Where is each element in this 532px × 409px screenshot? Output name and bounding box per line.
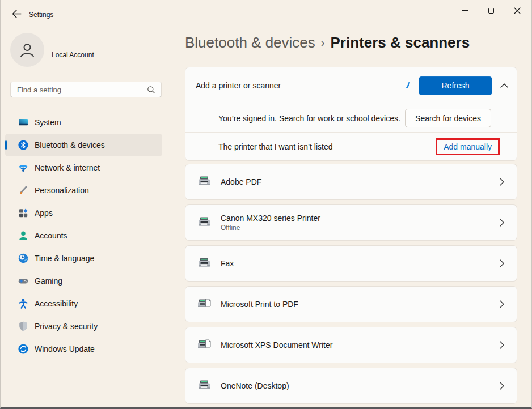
printer-row-adobe-pdf[interactable]: Adobe PDF <box>185 164 517 200</box>
chevron-right-icon <box>500 219 504 227</box>
search-box[interactable] <box>10 82 162 97</box>
sidebar-nav: System Bluetooth & devices Network & int… <box>5 111 162 360</box>
back-arrow-icon <box>11 9 22 19</box>
chevron-right-icon <box>500 341 504 349</box>
chevron-up-icon[interactable] <box>500 83 508 88</box>
sidebar-item-accounts[interactable]: Accounts <box>5 224 162 247</box>
printer-row-ms-print-to-pdf[interactable]: Microsoft Print to PDF <box>185 286 517 322</box>
sidebar: Local Account System Bluetooth & devices <box>1 25 171 407</box>
printer-name: Adobe PDF <box>221 177 500 186</box>
printer-row-ms-xps-writer[interactable]: Microsoft XPS Document Writer <box>185 327 517 363</box>
sidebar-item-personalization[interactable]: Personalization <box>5 179 162 202</box>
signed-in-row: You’re signed in. Search for work or sch… <box>185 104 517 132</box>
sidebar-item-label: Accessibility <box>35 299 78 308</box>
progress-spinner-icon <box>404 82 411 90</box>
printer-name: Canon MX320 series Printer <box>221 214 500 223</box>
sidebar-item-label: System <box>35 118 61 127</box>
sidebar-item-label: Bluetooth & devices <box>35 140 105 150</box>
sidebar-item-apps[interactable]: Apps <box>5 202 162 224</box>
gaming-icon <box>18 275 29 287</box>
sidebar-item-privacy-security[interactable]: Privacy & security <box>5 315 162 338</box>
sidebar-item-windows-update[interactable]: Windows Update <box>5 338 162 360</box>
page-title: Printers & scanners <box>330 34 470 51</box>
printer-not-listed-row: The printer that I want isn’t listed Add… <box>185 133 517 160</box>
sidebar-item-accessibility[interactable]: Accessibility <box>5 292 162 315</box>
system-icon <box>18 117 29 128</box>
personalization-icon <box>18 185 29 196</box>
selection-indicator <box>5 140 7 150</box>
sidebar-item-label: Apps <box>35 208 53 218</box>
chevron-right-icon <box>500 382 504 390</box>
refresh-button[interactable]: Refresh <box>419 76 492 95</box>
accessibility-icon <box>18 298 29 309</box>
sidebar-item-label: Network & internet <box>35 163 100 172</box>
search-for-devices-button[interactable]: Search for devices <box>405 109 491 127</box>
settings-window: Settings Local Account <box>0 0 532 409</box>
printer-icon <box>197 176 212 188</box>
sidebar-item-label: Time & language <box>35 254 94 263</box>
add-printer-title: Add a printer or scanner <box>196 81 404 90</box>
windows-update-icon <box>18 343 29 355</box>
printer-row-canon-mx320[interactable]: Canon MX320 series Printer Offline <box>185 204 517 241</box>
bluetooth-icon <box>18 139 29 151</box>
printer-document-icon <box>197 298 212 310</box>
time-language-icon <box>18 253 29 264</box>
signed-in-text: You’re signed in. Search for work or sch… <box>218 114 405 123</box>
breadcrumb-separator: › <box>321 36 325 49</box>
app-title: Settings <box>29 11 53 19</box>
apps-icon <box>18 207 29 219</box>
printer-name: Fax <box>221 259 500 268</box>
sidebar-item-label: Accounts <box>35 231 67 240</box>
account-name: Local Account <box>52 51 94 59</box>
person-icon <box>18 40 37 59</box>
breadcrumb: Bluetooth & devices›Printers & scanners <box>185 34 470 52</box>
accounts-icon <box>18 230 29 241</box>
chevron-right-icon <box>500 178 504 186</box>
breadcrumb-parent[interactable]: Bluetooth & devices <box>185 34 315 51</box>
printer-icon <box>197 216 212 229</box>
printer-not-listed-text: The printer that I want isn’t listed <box>218 142 436 151</box>
printer-name: Microsoft XPS Document Writer <box>221 340 500 350</box>
chevron-right-icon <box>500 300 504 308</box>
printer-icon <box>197 380 212 392</box>
sidebar-item-gaming[interactable]: Gaming <box>5 270 162 292</box>
sidebar-item-label: Windows Update <box>35 344 95 353</box>
add-printer-row: Add a printer or scanner Refresh <box>185 67 517 104</box>
account-section: Local Account <box>10 33 94 67</box>
search-input[interactable] <box>11 86 147 94</box>
printer-document-icon <box>197 339 212 351</box>
privacy-icon <box>18 321 29 332</box>
sidebar-item-label: Gaming <box>35 276 62 286</box>
avatar[interactable] <box>10 33 44 67</box>
sidebar-item-network-internet[interactable]: Network & internet <box>5 156 162 179</box>
chevron-right-icon <box>500 259 504 267</box>
search-icon[interactable] <box>147 86 155 94</box>
printer-icon <box>197 257 212 270</box>
printer-status: Offline <box>221 224 500 232</box>
sidebar-item-time-language[interactable]: Time & language <box>5 247 162 270</box>
printer-row-fax[interactable]: Fax <box>185 245 517 282</box>
network-icon <box>18 162 29 173</box>
add-manually-link[interactable]: Add manually <box>444 142 492 151</box>
sidebar-item-bluetooth-devices[interactable]: Bluetooth & devices <box>5 134 162 156</box>
sidebar-item-system[interactable]: System <box>5 111 162 134</box>
printer-row-onenote[interactable]: OneNote (Desktop) <box>185 368 517 404</box>
sidebar-item-label: Personalization <box>35 186 89 195</box>
printer-name: Microsoft Print to PDF <box>221 300 500 309</box>
back-button[interactable] <box>7 6 26 22</box>
printer-list: Adobe PDF Canon MX320 series Printer Off… <box>185 164 517 404</box>
add-printer-card: Add a printer or scanner Refresh You’re … <box>185 67 517 161</box>
printer-name: OneNote (Desktop) <box>221 381 500 390</box>
annotation-highlight-box: Add manually <box>436 138 500 155</box>
sidebar-item-label: Privacy & security <box>35 322 98 331</box>
main-content: Bluetooth & devices›Printers & scanners … <box>185 0 517 409</box>
